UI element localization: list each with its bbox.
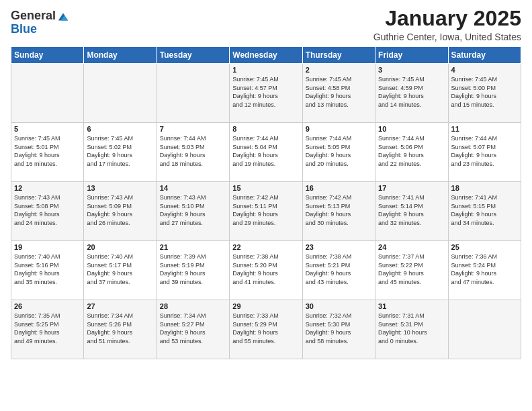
day-number: 26 bbox=[14, 302, 81, 310]
header: General Blue January 2025 Guthrie Center… bbox=[11, 7, 521, 42]
day-number: 5 bbox=[14, 125, 81, 133]
day-info: Sunrise: 7:34 AM Sunset: 5:27 PM Dayligh… bbox=[160, 312, 226, 345]
table-row bbox=[84, 64, 157, 123]
day-info: Sunrise: 7:36 AM Sunset: 5:24 PM Dayligh… bbox=[451, 253, 518, 286]
day-number: 1 bbox=[232, 66, 299, 74]
day-number: 28 bbox=[160, 302, 226, 310]
table-row: 5Sunrise: 7:45 AM Sunset: 5:01 PM Daylig… bbox=[11, 123, 84, 182]
table-row bbox=[157, 64, 229, 123]
day-info: Sunrise: 7:45 AM Sunset: 4:58 PM Dayligh… bbox=[306, 75, 372, 109]
day-info: Sunrise: 7:40 AM Sunset: 5:16 PM Dayligh… bbox=[14, 253, 81, 286]
day-info: Sunrise: 7:44 AM Sunset: 5:06 PM Dayligh… bbox=[378, 134, 445, 168]
col-sunday: Sunday bbox=[11, 47, 84, 64]
col-friday: Friday bbox=[375, 47, 448, 64]
day-number: 16 bbox=[306, 184, 372, 192]
day-number: 14 bbox=[160, 184, 226, 192]
day-info: Sunrise: 7:38 AM Sunset: 5:21 PM Dayligh… bbox=[306, 253, 372, 286]
day-info: Sunrise: 7:44 AM Sunset: 5:05 PM Dayligh… bbox=[306, 134, 372, 168]
col-monday: Monday bbox=[84, 47, 157, 64]
day-number: 8 bbox=[232, 125, 299, 133]
day-number: 7 bbox=[160, 125, 226, 133]
day-number: 13 bbox=[87, 184, 153, 192]
day-info: Sunrise: 7:44 AM Sunset: 5:03 PM Dayligh… bbox=[160, 134, 226, 168]
day-number: 24 bbox=[378, 243, 445, 251]
day-number: 20 bbox=[87, 243, 153, 251]
table-row: 11Sunrise: 7:44 AM Sunset: 5:07 PM Dayli… bbox=[448, 123, 521, 182]
table-row: 19Sunrise: 7:40 AM Sunset: 5:16 PM Dayli… bbox=[11, 241, 84, 300]
day-info: Sunrise: 7:41 AM Sunset: 5:15 PM Dayligh… bbox=[451, 193, 518, 227]
table-row: 15Sunrise: 7:42 AM Sunset: 5:11 PM Dayli… bbox=[230, 182, 302, 241]
day-number: 22 bbox=[232, 243, 299, 251]
day-info: Sunrise: 7:33 AM Sunset: 5:29 PM Dayligh… bbox=[232, 312, 299, 345]
day-number: 17 bbox=[378, 184, 445, 192]
day-info: Sunrise: 7:45 AM Sunset: 4:59 PM Dayligh… bbox=[378, 75, 445, 109]
day-number: 9 bbox=[306, 125, 372, 133]
day-number: 23 bbox=[306, 243, 372, 251]
table-row: 20Sunrise: 7:40 AM Sunset: 5:17 PM Dayli… bbox=[84, 241, 157, 300]
logo-blue: Blue bbox=[11, 23, 69, 36]
table-row: 14Sunrise: 7:43 AM Sunset: 5:10 PM Dayli… bbox=[157, 182, 229, 241]
day-info: Sunrise: 7:32 AM Sunset: 5:30 PM Dayligh… bbox=[306, 312, 372, 345]
day-number: 31 bbox=[378, 302, 445, 310]
day-info: Sunrise: 7:45 AM Sunset: 5:00 PM Dayligh… bbox=[451, 75, 518, 109]
day-info: Sunrise: 7:43 AM Sunset: 5:08 PM Dayligh… bbox=[14, 193, 81, 227]
table-row: 2Sunrise: 7:45 AM Sunset: 4:58 PM Daylig… bbox=[302, 64, 375, 123]
day-number: 11 bbox=[451, 125, 518, 133]
table-row: 22Sunrise: 7:38 AM Sunset: 5:20 PM Dayli… bbox=[230, 241, 302, 300]
day-info: Sunrise: 7:31 AM Sunset: 5:31 PM Dayligh… bbox=[378, 312, 445, 345]
day-number: 18 bbox=[451, 184, 518, 192]
day-number: 30 bbox=[306, 302, 372, 310]
table-row: 18Sunrise: 7:41 AM Sunset: 5:15 PM Dayli… bbox=[448, 182, 521, 241]
day-info: Sunrise: 7:38 AM Sunset: 5:20 PM Dayligh… bbox=[232, 253, 299, 286]
col-thursday: Thursday bbox=[302, 47, 375, 64]
day-info: Sunrise: 7:45 AM Sunset: 5:01 PM Dayligh… bbox=[14, 134, 81, 168]
logo-icon bbox=[57, 11, 69, 23]
day-number: 27 bbox=[87, 302, 153, 310]
day-number: 12 bbox=[14, 184, 81, 192]
day-info: Sunrise: 7:45 AM Sunset: 4:57 PM Dayligh… bbox=[232, 75, 299, 109]
day-info: Sunrise: 7:35 AM Sunset: 5:25 PM Dayligh… bbox=[14, 312, 81, 345]
col-wednesday: Wednesday bbox=[230, 47, 302, 64]
month-title: January 2025 bbox=[373, 7, 521, 30]
day-info: Sunrise: 7:41 AM Sunset: 5:14 PM Dayligh… bbox=[378, 193, 445, 227]
day-number: 6 bbox=[87, 125, 153, 133]
table-row: 7Sunrise: 7:44 AM Sunset: 5:03 PM Daylig… bbox=[157, 123, 229, 182]
table-row: 13Sunrise: 7:43 AM Sunset: 5:09 PM Dayli… bbox=[84, 182, 157, 241]
table-row: 4Sunrise: 7:45 AM Sunset: 5:00 PM Daylig… bbox=[448, 64, 521, 123]
table-row: 28Sunrise: 7:34 AM Sunset: 5:27 PM Dayli… bbox=[157, 300, 229, 359]
table-row: 25Sunrise: 7:36 AM Sunset: 5:24 PM Dayli… bbox=[448, 241, 521, 300]
logo: General Blue bbox=[11, 9, 69, 36]
page: General Blue January 2025 Guthrie Center… bbox=[0, 0, 532, 411]
table-row: 9Sunrise: 7:44 AM Sunset: 5:05 PM Daylig… bbox=[302, 123, 375, 182]
day-info: Sunrise: 7:45 AM Sunset: 5:02 PM Dayligh… bbox=[87, 134, 153, 168]
day-number: 2 bbox=[306, 66, 372, 74]
table-row: 26Sunrise: 7:35 AM Sunset: 5:25 PM Dayli… bbox=[11, 300, 84, 359]
day-info: Sunrise: 7:44 AM Sunset: 5:04 PM Dayligh… bbox=[232, 134, 299, 168]
calendar: Sunday Monday Tuesday Wednesday Thursday… bbox=[11, 46, 521, 359]
table-row: 3Sunrise: 7:45 AM Sunset: 4:59 PM Daylig… bbox=[375, 64, 448, 123]
day-info: Sunrise: 7:37 AM Sunset: 5:22 PM Dayligh… bbox=[378, 253, 445, 286]
day-info: Sunrise: 7:42 AM Sunset: 5:11 PM Dayligh… bbox=[232, 193, 299, 227]
day-number: 25 bbox=[451, 243, 518, 251]
table-row: 23Sunrise: 7:38 AM Sunset: 5:21 PM Dayli… bbox=[302, 241, 375, 300]
table-row: 6Sunrise: 7:45 AM Sunset: 5:02 PM Daylig… bbox=[84, 123, 157, 182]
table-row: 21Sunrise: 7:39 AM Sunset: 5:19 PM Dayli… bbox=[157, 241, 229, 300]
table-row: 30Sunrise: 7:32 AM Sunset: 5:30 PM Dayli… bbox=[302, 300, 375, 359]
table-row bbox=[11, 64, 84, 123]
day-number: 21 bbox=[160, 243, 226, 251]
table-row: 16Sunrise: 7:42 AM Sunset: 5:13 PM Dayli… bbox=[302, 182, 375, 241]
day-number: 3 bbox=[378, 66, 445, 74]
table-row: 24Sunrise: 7:37 AM Sunset: 5:22 PM Dayli… bbox=[375, 241, 448, 300]
day-info: Sunrise: 7:44 AM Sunset: 5:07 PM Dayligh… bbox=[451, 134, 518, 168]
col-saturday: Saturday bbox=[448, 47, 521, 64]
day-info: Sunrise: 7:40 AM Sunset: 5:17 PM Dayligh… bbox=[87, 253, 153, 286]
day-number: 10 bbox=[378, 125, 445, 133]
day-number: 19 bbox=[14, 243, 81, 251]
col-tuesday: Tuesday bbox=[157, 47, 229, 64]
table-row: 17Sunrise: 7:41 AM Sunset: 5:14 PM Dayli… bbox=[375, 182, 448, 241]
table-row: 10Sunrise: 7:44 AM Sunset: 5:06 PM Dayli… bbox=[375, 123, 448, 182]
day-info: Sunrise: 7:43 AM Sunset: 5:09 PM Dayligh… bbox=[87, 193, 153, 227]
day-number: 29 bbox=[232, 302, 299, 310]
day-info: Sunrise: 7:43 AM Sunset: 5:10 PM Dayligh… bbox=[160, 193, 226, 227]
day-number: 15 bbox=[232, 184, 299, 192]
